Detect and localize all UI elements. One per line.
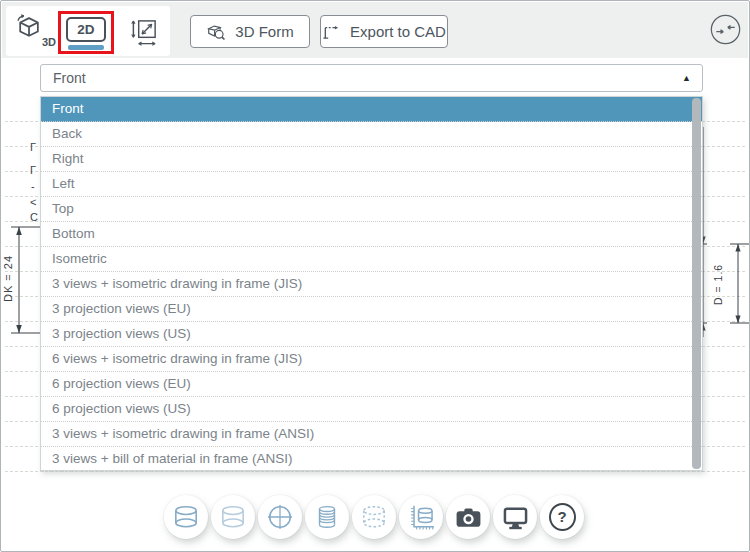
- monitor-icon: [501, 503, 530, 532]
- form-3d-button[interactable]: 3D Form: [190, 15, 310, 48]
- dashed-cylinder-icon: [359, 502, 389, 532]
- view-option[interactable]: Left: [41, 172, 702, 197]
- spring-side-view-button[interactable]: [164, 495, 208, 539]
- view-option[interactable]: 3 views + bill of material in frame (ANS…: [41, 447, 702, 472]
- form-3d-label: 3D Form: [235, 23, 293, 40]
- fullscreen-button[interactable]: [493, 495, 537, 539]
- view-option[interactable]: Top: [41, 197, 702, 222]
- export-cad-label: Export to CAD: [350, 23, 446, 40]
- crosshair-circle-icon: [265, 502, 295, 532]
- active-mode-underline: [68, 45, 104, 50]
- view-option[interactable]: 3 views + isometric drawing in frame (JI…: [41, 272, 702, 297]
- view-option[interactable]: 3 views + isometric drawing in frame (AN…: [41, 422, 702, 447]
- cube-magnifier-icon: [206, 22, 226, 42]
- highlight-box: 2D: [58, 11, 114, 54]
- spring-side-light-view-button[interactable]: [211, 495, 255, 539]
- view-option[interactable]: Back: [41, 122, 702, 147]
- ruler-cylinder-icon: [406, 502, 436, 532]
- mode-2d-label: 2D: [66, 17, 106, 42]
- dimensions-icon: [130, 18, 159, 47]
- right-dimension-label: D = 1.6: [711, 249, 725, 319]
- view-option[interactable]: Isometric: [41, 247, 702, 272]
- cylinder-side-icon: [171, 502, 201, 532]
- collapse-arrows-icon: [710, 14, 741, 45]
- spring-dimension-view-button[interactable]: [399, 495, 443, 539]
- view-select-value: Front: [41, 70, 86, 86]
- left-dimension-label: DK = 24: [1, 235, 15, 321]
- coiled-cylinder-icon: [312, 502, 342, 532]
- collapse-panel-button[interactable]: [710, 14, 741, 45]
- view-dropdown-list: Front Back Right Left Top Bottom Isometr…: [40, 96, 703, 471]
- export-cad-icon: [322, 22, 341, 41]
- cube-3d-icon: [15, 14, 42, 41]
- export-to-cad-button[interactable]: Export to CAD: [320, 15, 448, 48]
- view-toolbar: ?: [164, 495, 584, 539]
- help-button[interactable]: ?: [540, 495, 584, 539]
- top-toolbar: 3D 2D: [2, 2, 748, 58]
- cylinder-light-icon: [218, 502, 248, 532]
- view-mode-group: 3D 2D: [6, 6, 170, 56]
- screenshot-button[interactable]: [446, 495, 490, 539]
- spring-designer-window: Γ Γ - < C DK = 24 D = 1.6: [0, 0, 750, 552]
- dropdown-arrow-icon: ▲: [682, 74, 691, 83]
- view-option[interactable]: 6 views + isometric drawing in frame (JI…: [41, 347, 702, 372]
- help-icon: ?: [549, 503, 576, 531]
- spring-phantom-view-button[interactable]: [352, 495, 396, 539]
- mode-2d-button[interactable]: 2D: [61, 17, 111, 50]
- view-option-list: Front Back Right Left Top Bottom Isometr…: [41, 97, 702, 472]
- dimensions-toggle-button[interactable]: [120, 13, 168, 51]
- mode-3d-label: 3D: [42, 36, 56, 48]
- view-select[interactable]: Front ▲: [40, 64, 703, 92]
- dropdown-scrollbar[interactable]: [692, 98, 701, 469]
- view-option[interactable]: Right: [41, 147, 702, 172]
- view-option[interactable]: 3 projection views (US): [41, 322, 702, 347]
- view-option[interactable]: 6 projection views (EU): [41, 372, 702, 397]
- spring-solid-view-button[interactable]: [305, 495, 349, 539]
- spring-top-view-button[interactable]: [258, 495, 302, 539]
- camera-icon: [454, 503, 483, 532]
- view-option[interactable]: Front: [41, 97, 702, 122]
- mode-3d-button[interactable]: 3D: [12, 12, 58, 52]
- view-option[interactable]: 3 projection views (EU): [41, 297, 702, 322]
- view-option[interactable]: 6 projection views (US): [41, 397, 702, 422]
- view-option[interactable]: Bottom: [41, 222, 702, 247]
